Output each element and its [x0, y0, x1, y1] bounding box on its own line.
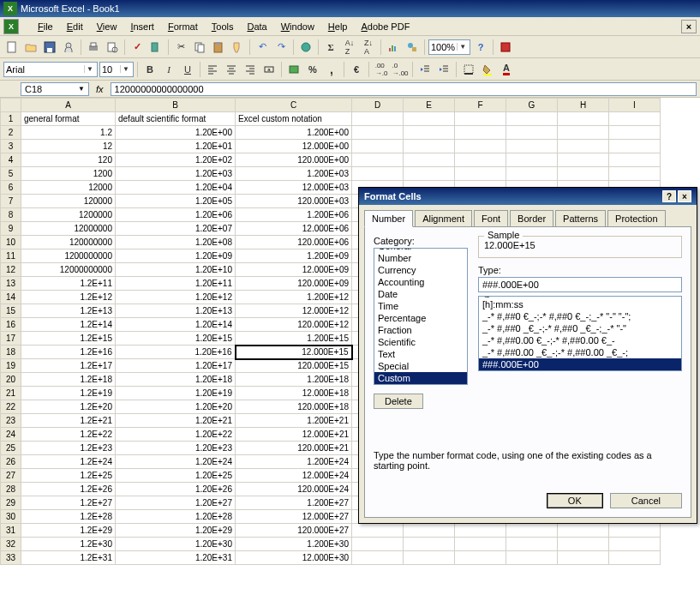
row-header[interactable]: 1	[1, 112, 21, 126]
type-input[interactable]	[478, 277, 682, 292]
row-header[interactable]: 20	[1, 373, 21, 387]
open-icon[interactable]	[22, 39, 39, 56]
cell[interactable]	[506, 140, 558, 153]
cell[interactable]	[609, 112, 661, 126]
row-header[interactable]: 26	[1, 455, 21, 469]
cell[interactable]	[506, 153, 558, 167]
underline-button[interactable]: U	[179, 61, 196, 78]
cell[interactable]: 120.000E+00	[236, 153, 352, 167]
col-header-D[interactable]: D	[352, 99, 404, 112]
cell[interactable]	[455, 112, 506, 126]
cell[interactable]: 1.20E+27	[116, 496, 236, 510]
cell[interactable]: 1.2E+29	[21, 524, 116, 538]
cell[interactable]: 1.20E+23	[116, 442, 236, 455]
row-header[interactable]: 11	[1, 249, 21, 263]
cell[interactable]: 1.20E+15	[116, 332, 236, 346]
col-header-A[interactable]: A	[21, 99, 116, 112]
cell[interactable]: 1200	[21, 167, 116, 181]
cell[interactable]: 1200000000	[21, 249, 116, 263]
row-header[interactable]: 2	[1, 126, 21, 140]
cell[interactable]: 1.2E+17	[21, 359, 116, 373]
row-header[interactable]: 28	[1, 483, 21, 496]
name-box[interactable]: C18 ▼	[21, 82, 89, 96]
paste-icon[interactable]	[210, 39, 227, 56]
cell[interactable]: 1.20E+07	[116, 222, 236, 236]
close-button[interactable]: ×	[678, 190, 691, 202]
undo-icon[interactable]: ↶	[254, 39, 271, 56]
cell[interactable]: 1.2E+12	[21, 291, 116, 304]
cell[interactable]	[404, 167, 455, 181]
row-header[interactable]: 12	[1, 263, 21, 277]
help-button[interactable]: ?	[662, 190, 676, 202]
save-icon[interactable]	[41, 39, 58, 56]
row-header[interactable]: 30	[1, 510, 21, 524]
cell[interactable]: 1.200E+27	[236, 496, 352, 510]
cell[interactable]	[352, 140, 404, 153]
cell[interactable]	[455, 167, 506, 181]
cell[interactable]: 120.000E+24	[236, 483, 352, 496]
cell[interactable]: 1.20E+21	[116, 414, 236, 428]
row-header[interactable]: 13	[1, 277, 21, 291]
cell[interactable]: 12.000E+00	[236, 140, 352, 153]
align-left-icon[interactable]	[204, 61, 221, 78]
font-size-combo[interactable]: 10▼	[99, 62, 134, 77]
font-color-icon[interactable]: A	[498, 61, 515, 78]
col-header-H[interactable]: H	[558, 99, 609, 112]
align-center-icon[interactable]	[223, 61, 240, 78]
type-item[interactable]: ###.000E+00	[479, 358, 681, 370]
cell[interactable]: 12.000E+03	[236, 181, 352, 195]
col-header-C[interactable]: C	[236, 99, 352, 112]
sort-asc-icon[interactable]: A↓Z	[341, 39, 358, 56]
cell[interactable]	[506, 126, 558, 140]
tab-number[interactable]: Number	[364, 210, 413, 227]
cell[interactable]: 120.000E+18	[236, 400, 352, 414]
cell[interactable]	[558, 551, 609, 565]
dialog-titlebar[interactable]: Format Cells ? ×	[359, 188, 697, 205]
cell[interactable]	[506, 167, 558, 181]
cell[interactable]: 1.20E+01	[116, 140, 236, 153]
cell[interactable]: default scientific format	[116, 112, 236, 126]
cell[interactable]: 1.20E+05	[116, 195, 236, 208]
cell[interactable]: 1.200E+12	[236, 291, 352, 304]
cell[interactable]: 1.20E+03	[116, 167, 236, 181]
col-header-B[interactable]: B	[116, 99, 236, 112]
cell[interactable]: 1.20E+19	[116, 387, 236, 400]
cell[interactable]	[558, 126, 609, 140]
cell[interactable]: 1.2E+31	[21, 551, 116, 565]
spelling-icon[interactable]: ✓	[129, 39, 146, 56]
cell[interactable]: 12	[21, 140, 116, 153]
row-header[interactable]: 10	[1, 236, 21, 249]
cell[interactable]: 1.2E+19	[21, 387, 116, 400]
cell[interactable]: 120.000E+15	[236, 359, 352, 373]
cell[interactable]: 120.000E+06	[236, 236, 352, 249]
cell[interactable]	[404, 538, 455, 551]
cell[interactable]: 1.2E+14	[21, 318, 116, 332]
cell[interactable]	[352, 524, 404, 538]
category-item[interactable]: Number	[374, 252, 467, 264]
zoom-combo[interactable]: 100%▼	[428, 39, 470, 55]
format-painter-icon[interactable]	[229, 39, 246, 56]
cell[interactable]: 120.000E+27	[236, 524, 352, 538]
menu-help[interactable]: Help	[321, 20, 355, 33]
cell[interactable]: 1.200E+24	[236, 455, 352, 469]
cell[interactable]: 1.20E+02	[116, 153, 236, 167]
cell[interactable]: 1.20E+31	[116, 551, 236, 565]
row-header[interactable]: 33	[1, 551, 21, 565]
cell[interactable]: 12000000000	[21, 263, 116, 277]
cell[interactable]	[455, 524, 506, 538]
cell[interactable]: general format	[21, 112, 116, 126]
chart-wizard-icon[interactable]	[385, 39, 402, 56]
currency-icon[interactable]	[285, 61, 302, 78]
menu-window[interactable]: Window	[274, 20, 321, 33]
row-header[interactable]: 17	[1, 332, 21, 346]
row-header[interactable]: 7	[1, 195, 21, 208]
cell[interactable]	[558, 153, 609, 167]
merge-center-icon[interactable]: a	[260, 61, 278, 78]
help-icon[interactable]: ?	[472, 39, 489, 56]
row-header[interactable]: 15	[1, 304, 21, 318]
font-name-combo[interactable]: Arial▼	[3, 62, 98, 77]
cell[interactable]	[455, 551, 506, 565]
cell[interactable]	[506, 538, 558, 551]
fill-color-icon[interactable]	[479, 61, 496, 78]
cell[interactable]	[609, 551, 661, 565]
